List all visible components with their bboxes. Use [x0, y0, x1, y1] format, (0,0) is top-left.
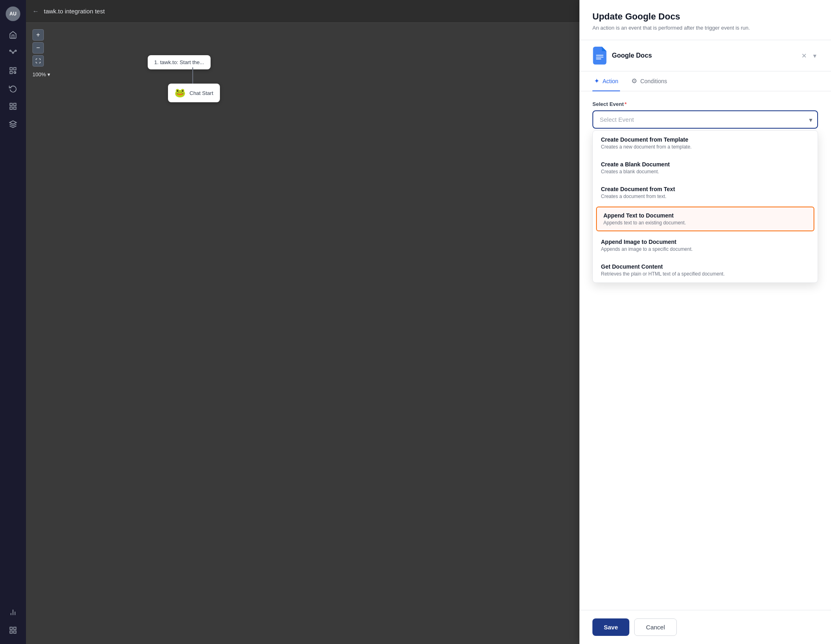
- dropdown-item-desc: Appends text to an existing document.: [603, 220, 807, 226]
- select-wrapper: Select Event ▾: [592, 110, 818, 129]
- node-2-label: Chat Start: [189, 90, 213, 96]
- svg-rect-5: [10, 68, 13, 70]
- dropdown-item-desc: Retrieves the plain or HTML text of a sp…: [601, 271, 809, 277]
- zoom-controls: + − 100% ▾: [32, 29, 50, 78]
- zoom-level-text: 100%: [32, 71, 46, 78]
- event-dropdown: Create Document from Template Creates a …: [592, 130, 818, 283]
- svg-line-3: [11, 51, 12, 52]
- service-info: Google Docs: [592, 47, 652, 65]
- service-actions: ✕ ▾: [800, 50, 818, 61]
- action-tab-icon: ✦: [594, 77, 599, 85]
- svg-point-8: [14, 71, 16, 73]
- dropdown-item-title: Create Document from Template: [601, 136, 809, 143]
- dropdown-item-title: Append Image to Document: [601, 239, 809, 245]
- dropdown-item-append-text[interactable]: Append Text to Document Appends text to …: [596, 207, 814, 231]
- dropdown-item-desc: Creates a blank document.: [601, 169, 809, 174]
- sidebar-item-grid[interactable]: [6, 623, 20, 638]
- required-marker: *: [624, 101, 626, 107]
- panel-header: Update Google Docs An action is an event…: [579, 0, 831, 40]
- dropdown-item-title: Append Text to Document: [603, 212, 807, 219]
- zoom-chevron-icon: ▾: [47, 71, 50, 78]
- sidebar-item-workflows[interactable]: [6, 63, 20, 78]
- svg-marker-13: [10, 121, 17, 124]
- node-1-label: 1. tawk.to: Start the...: [154, 59, 204, 65]
- panel-subtitle: An action is an event that is performed …: [592, 24, 818, 32]
- svg-rect-23: [596, 59, 601, 60]
- svg-point-0: [12, 52, 13, 53]
- tab-action-label: Action: [603, 78, 618, 84]
- service-name: Google Docs: [612, 52, 652, 59]
- canvas-node-1[interactable]: 1. tawk.to: Start the...: [148, 55, 211, 69]
- dropdown-item-create-from-text[interactable]: Create Document from Text Creates a docu…: [593, 180, 818, 205]
- save-button[interactable]: Save: [592, 618, 629, 636]
- conditions-tab-icon: ⚙: [631, 77, 637, 85]
- cancel-button[interactable]: Cancel: [634, 618, 677, 636]
- service-header: Google Docs ✕ ▾: [579, 40, 831, 71]
- svg-rect-12: [10, 107, 13, 110]
- google-docs-icon: [592, 47, 607, 65]
- sidebar-item-history[interactable]: [6, 81, 20, 96]
- dropdown-item-append-image[interactable]: Append Image to Document Appends an imag…: [593, 233, 818, 258]
- svg-rect-11: [14, 107, 16, 110]
- svg-rect-9: [10, 103, 13, 106]
- svg-rect-18: [14, 627, 16, 630]
- svg-rect-20: [10, 631, 13, 633]
- zoom-fit-button[interactable]: [32, 55, 44, 67]
- select-event-label: Select Event*: [592, 101, 818, 107]
- svg-rect-22: [596, 57, 603, 58]
- canvas-node-2[interactable]: 🐸 Chat Start: [168, 84, 220, 102]
- dropdown-item-create-blank[interactable]: Create a Blank Document Creates a blank …: [593, 155, 818, 180]
- dropdown-item-title: Create Document from Text: [601, 186, 809, 192]
- tab-action[interactable]: ✦ Action: [592, 71, 620, 91]
- dropdown-item-get-content[interactable]: Get Document Content Retrieves the plain…: [593, 258, 818, 282]
- right-panel: Update Google Docs An action is an event…: [579, 0, 831, 644]
- sidebar-item-layers[interactable]: [6, 117, 20, 131]
- service-expand-button[interactable]: ▾: [812, 50, 818, 61]
- panel-body: Select Event* Select Event ▾ Create Docu…: [579, 91, 831, 610]
- zoom-in-button[interactable]: +: [32, 29, 44, 41]
- sidebar-item-connections[interactable]: [6, 45, 20, 60]
- tab-conditions-label: Conditions: [640, 78, 667, 84]
- svg-line-4: [14, 51, 15, 52]
- svg-rect-17: [10, 627, 13, 630]
- svg-rect-6: [14, 68, 16, 70]
- sidebar-item-apps[interactable]: [6, 99, 20, 114]
- zoom-display: 100% ▾: [32, 71, 50, 78]
- panel-footer: Save Cancel: [579, 610, 831, 644]
- select-placeholder: Select Event: [600, 116, 634, 123]
- avatar: AU: [6, 6, 20, 21]
- dropdown-item-desc: Creates a new document from a template.: [601, 144, 809, 150]
- page-title: tawk.to integration test: [44, 8, 105, 15]
- service-close-button[interactable]: ✕: [800, 50, 808, 61]
- dropdown-item-desc: Creates a document from text.: [601, 194, 809, 199]
- svg-rect-19: [14, 631, 16, 633]
- back-button[interactable]: ←: [32, 8, 39, 15]
- select-event-field[interactable]: Select Event: [592, 110, 818, 129]
- tab-conditions[interactable]: ⚙ Conditions: [630, 71, 669, 91]
- svg-point-1: [10, 50, 11, 51]
- svg-rect-7: [10, 71, 13, 74]
- tabs: ✦ Action ⚙ Conditions: [579, 71, 831, 91]
- sidebar: AU: [0, 0, 26, 644]
- dropdown-item-title: Get Document Content: [601, 263, 809, 270]
- tawk-icon: 🐸: [174, 88, 185, 98]
- svg-rect-10: [14, 103, 16, 106]
- dropdown-item-title: Create a Blank Document: [601, 161, 809, 168]
- sidebar-item-home[interactable]: [6, 28, 20, 42]
- dropdown-item-create-from-template[interactable]: Create Document from Template Creates a …: [593, 131, 818, 155]
- sidebar-item-analytics[interactable]: [6, 605, 20, 620]
- panel-title: Update Google Docs: [592, 11, 818, 22]
- svg-point-2: [15, 50, 16, 51]
- svg-rect-21: [596, 55, 603, 56]
- zoom-out-button[interactable]: −: [32, 42, 44, 54]
- dropdown-item-desc: Appends an image to a specific document.: [601, 246, 809, 252]
